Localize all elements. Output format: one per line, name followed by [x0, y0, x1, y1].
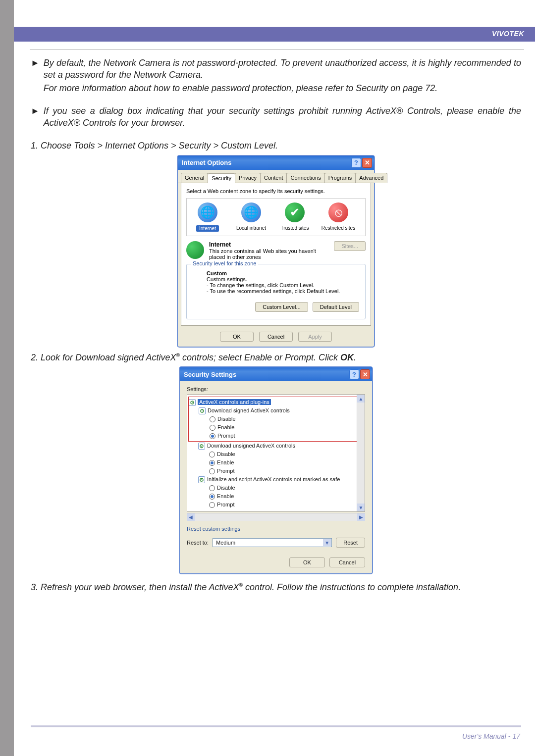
zone-local-intranet-label: Local intranet: [236, 225, 266, 231]
zone-local-intranet[interactable]: 🌐 Local intranet: [233, 202, 269, 232]
zone-restricted-label: Restricted sites: [321, 225, 355, 231]
note-bullet-2: ► If you see a dialog box indicating tha…: [31, 105, 521, 130]
radio-enable[interactable]: Enable: [189, 423, 351, 432]
tree-group-unsigned-label: Download unsigned ActiveX controls: [207, 443, 295, 449]
gear-icon: ⚙: [198, 476, 205, 483]
reset-button[interactable]: Reset: [336, 538, 365, 548]
tree-group-signed[interactable]: ⚙Download signed ActiveX controls: [189, 406, 351, 415]
reset-to-select[interactable]: Medium ▼: [213, 538, 332, 547]
tab-programs[interactable]: Programs: [324, 173, 356, 183]
opt-enable-label: Enable: [217, 424, 234, 430]
tab-advanced[interactable]: Advanced: [355, 173, 387, 183]
radio-prompt[interactable]: Prompt: [188, 467, 364, 475]
help-button[interactable]: ?: [349, 369, 359, 379]
apply-button[interactable]: Apply: [298, 332, 332, 342]
scroll-right-icon[interactable]: ▶: [357, 513, 365, 521]
reset-to-label: Reset to:: [187, 540, 209, 546]
arrow-icon: ►: [31, 57, 40, 95]
tab-connections[interactable]: Connections: [286, 173, 324, 183]
zone-row: 🌐 Internet 🌐 Local intranet ✔ Trusted si…: [186, 198, 366, 236]
tree-group-unsigned[interactable]: ⚙Download unsigned ActiveX controls: [188, 442, 364, 450]
custom-bullet-2: - To use the recommended settings, click…: [207, 288, 340, 294]
step-1: 1. Choose Tools > Internet Options > Sec…: [31, 140, 521, 151]
step-2: 2. Look for Download signed ActiveX® con…: [31, 352, 521, 363]
step-2-ok: OK: [340, 353, 354, 362]
security-settings-dialog: Security Settings ? ✕ Settings: ⚙ActiveX…: [179, 366, 373, 574]
tree-group-initscript-label: Initialize and script ActiveX controls n…: [207, 476, 340, 482]
opt-disable-label: Disable: [217, 485, 235, 491]
radio-disable[interactable]: Disable: [188, 450, 364, 458]
cancel-button[interactable]: Cancel: [259, 332, 293, 342]
tab-privacy[interactable]: Privacy: [235, 173, 261, 183]
reset-header: Reset custom settings: [187, 526, 365, 532]
zone-description: Internet This zone contains all Web site…: [186, 241, 366, 260]
tree-group-initscript[interactable]: ⚙Initialize and script ActiveX controls …: [188, 475, 364, 484]
radio-disable[interactable]: Disable: [188, 484, 364, 492]
gear-icon: ⚙: [199, 407, 206, 414]
ok-button[interactable]: OK: [289, 557, 325, 567]
opt-prompt-label: Prompt: [217, 468, 234, 474]
radio-prompt[interactable]: Prompt: [189, 432, 351, 440]
opt-prompt-label: Prompt: [217, 502, 234, 507]
reset-to-value: Medium: [216, 540, 235, 546]
ok-button[interactable]: OK: [220, 332, 254, 342]
custom-bullet-1: - To change the settings, click Custom L…: [207, 282, 314, 288]
radio-disable[interactable]: Disable: [189, 415, 351, 423]
dialog-title: Internet Options: [182, 159, 231, 166]
chevron-down-icon: ▼: [323, 539, 331, 546]
vertical-scrollbar[interactable]: ▲ ▼: [357, 395, 365, 511]
radio-prompt[interactable]: Prompt: [188, 501, 364, 509]
left-sidebar: [0, 0, 14, 756]
zone-instruction: Select a Web content zone to specify its…: [186, 188, 366, 194]
gear-icon: ⚙: [198, 443, 205, 450]
radio-enable[interactable]: Enable: [188, 458, 364, 467]
zone-restricted[interactable]: ⦸ Restricted sites: [321, 202, 356, 232]
zone-detail-desc: This zone contains all Web sites you hav…: [209, 248, 316, 260]
cancel-button[interactable]: Cancel: [329, 557, 365, 567]
dialog-titlebar: Internet Options ? ✕: [178, 156, 374, 170]
opt-disable-label: Disable: [217, 451, 235, 457]
custom-line: Custom settings.: [207, 276, 247, 282]
header-band: VIVOTEK: [14, 27, 535, 42]
custom-level-button[interactable]: Custom Level...: [255, 302, 308, 312]
scroll-up-icon[interactable]: ▲: [357, 395, 365, 403]
zone-internet[interactable]: 🌐 Internet: [190, 202, 225, 232]
opt-prompt-label: Prompt: [217, 433, 235, 439]
note-bullet-1: ► By default, the Network Camera is not …: [31, 57, 521, 95]
globe-icon: 🌐: [241, 202, 261, 222]
close-button[interactable]: ✕: [362, 158, 372, 168]
help-button[interactable]: ?: [351, 158, 361, 168]
close-button[interactable]: ✕: [360, 369, 370, 379]
tree-root[interactable]: ⚙ActiveX controls and plug-ins: [189, 398, 351, 406]
scroll-left-icon[interactable]: ◀: [187, 513, 195, 521]
zone-trusted[interactable]: ✔ Trusted sites: [277, 202, 313, 232]
default-level-button[interactable]: Default Level: [313, 302, 359, 312]
step-3-pre: 3. Refresh your web browser, then instal…: [31, 582, 239, 592]
tab-content[interactable]: Content: [260, 173, 287, 183]
page-footer: User's Manual - 17: [462, 732, 520, 740]
radio-enable[interactable]: Enable: [188, 492, 364, 501]
page-content: ► By default, the Network Camera is not …: [31, 57, 521, 603]
tab-general[interactable]: General: [181, 173, 208, 183]
arrow-icon: ►: [31, 105, 40, 130]
tab-security[interactable]: Security: [208, 173, 235, 183]
tab-row: General Security Privacy Content Connect…: [178, 170, 374, 183]
brand-label: VIVOTEK: [492, 30, 524, 38]
opt-disable-label: Disable: [217, 416, 236, 422]
zone-internet-label: Internet: [196, 225, 219, 232]
horizontal-scrollbar[interactable]: ◀ ▶: [187, 513, 365, 521]
dialog-title: Security Settings: [184, 371, 236, 378]
dialog-titlebar: Security Settings ? ✕: [180, 367, 372, 381]
opt-enable-label: Enable: [217, 493, 234, 499]
step-2-pre: 2. Look for Download signed ActiveX: [31, 353, 176, 362]
sites-button[interactable]: Sites...: [334, 241, 366, 251]
opt-enable-label: Enable: [217, 459, 234, 465]
step-2-post: controls; select Enable or Prompt. Click: [180, 353, 340, 362]
fieldset-legend: Security level for this zone: [191, 260, 258, 266]
custom-heading: Custom: [207, 270, 227, 276]
security-level-fieldset: Security level for this zone Custom Cust…: [186, 264, 366, 319]
globe-icon: [186, 241, 204, 259]
check-icon: ✔: [285, 202, 305, 222]
settings-tree: ⚙ActiveX controls and plug-ins ⚙Download…: [187, 394, 365, 512]
scroll-down-icon[interactable]: ▼: [357, 504, 365, 511]
